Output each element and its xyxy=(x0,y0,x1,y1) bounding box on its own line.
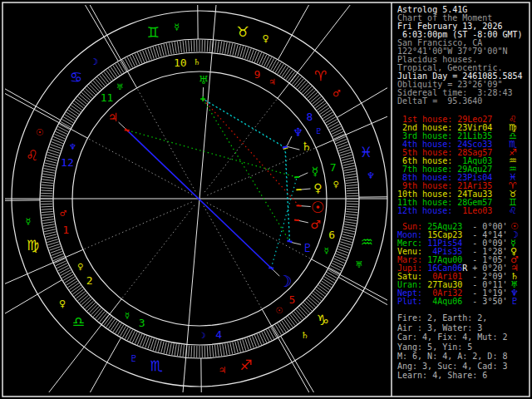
degree-tick xyxy=(344,224,356,226)
degree-tick xyxy=(121,326,126,336)
degree-tick xyxy=(212,345,213,357)
degree-tick xyxy=(262,55,267,66)
degree-tick xyxy=(238,46,241,57)
degree-tick xyxy=(66,278,76,285)
degree-tick xyxy=(118,62,124,72)
degree-tick xyxy=(266,330,271,340)
degree-tick xyxy=(302,304,310,313)
sign-ruler-icon: ♀ xyxy=(262,33,268,44)
degree-tick xyxy=(155,46,159,57)
degree-tick xyxy=(332,131,343,136)
degree-tick xyxy=(108,69,115,78)
aspect-line-sextile xyxy=(285,148,289,241)
degree-tick xyxy=(318,285,328,292)
degree-tick xyxy=(278,64,283,74)
degree-tick xyxy=(209,40,210,52)
degree-tick xyxy=(346,180,357,181)
sign-glyph-aquarius: ♒ xyxy=(361,234,373,250)
planet-glyph-sun: ☉ xyxy=(311,198,325,216)
degree-tick xyxy=(240,340,244,351)
degree-tick xyxy=(273,62,279,71)
degree-tick xyxy=(116,323,121,333)
degree-tick xyxy=(318,106,328,112)
degree-tick xyxy=(315,289,324,297)
degree-tick xyxy=(313,293,322,301)
house-cusp-line xyxy=(278,5,350,98)
degree-tick xyxy=(268,58,274,68)
degree-tick xyxy=(314,291,323,298)
sign-ruler-icon: ♃ xyxy=(218,365,226,376)
degree-tick xyxy=(228,343,230,355)
degree-tick xyxy=(342,234,354,237)
degree-tick xyxy=(63,274,73,280)
degree-tick xyxy=(207,346,208,357)
degree-tick xyxy=(303,303,312,311)
planet-pointer-line xyxy=(288,146,299,150)
house-cusp-dotted-line xyxy=(137,88,195,191)
degree-tick xyxy=(47,242,58,245)
degree-tick xyxy=(225,343,227,355)
degree-tick xyxy=(86,88,94,96)
degree-tick xyxy=(345,174,357,175)
sign-glyph-virgo: ♍ xyxy=(27,237,39,254)
degree-tick xyxy=(294,312,302,321)
degree-tick xyxy=(46,160,57,163)
sign-ruler-icon: ♅ xyxy=(355,259,363,270)
aspect-line-sextile xyxy=(271,177,297,268)
planet-pointer-line xyxy=(287,136,292,146)
planet-glyph-pluto: ♇ xyxy=(303,241,313,254)
degree-tick xyxy=(324,115,334,121)
degree-tick xyxy=(305,88,313,96)
degree-tick xyxy=(309,297,318,304)
degree-tick xyxy=(47,158,58,161)
degree-tick xyxy=(42,176,54,178)
degree-tick xyxy=(317,103,326,110)
degree-tick xyxy=(177,42,179,53)
degree-tick xyxy=(282,67,288,77)
planet-pointer-line xyxy=(292,243,301,245)
degree-tick xyxy=(327,273,337,278)
degree-tick xyxy=(218,345,219,357)
degree-tick xyxy=(96,310,103,319)
degree-tick xyxy=(127,330,132,340)
degree-tick xyxy=(332,261,343,266)
house-number-10: 10 xyxy=(174,57,187,69)
house-ruler-icon: ♀ xyxy=(77,262,83,271)
degree-tick xyxy=(87,86,96,95)
degree-tick xyxy=(342,160,354,163)
house-number-5: 5 xyxy=(289,293,296,306)
degree-tick xyxy=(345,222,357,224)
degree-tick xyxy=(314,99,323,106)
degree-tick xyxy=(223,42,224,53)
degree-tick xyxy=(111,321,117,331)
degree-tick xyxy=(278,323,283,333)
sign-glyph-pisces: ♓ xyxy=(360,144,372,160)
planet-pointer-line xyxy=(299,173,308,177)
degree-tick xyxy=(323,112,332,119)
degree-tick xyxy=(313,96,322,104)
degree-tick xyxy=(93,308,101,317)
sign-glyph-sagittarius: ♐ xyxy=(239,357,252,373)
degree-tick xyxy=(328,121,338,127)
degree-tick xyxy=(42,180,53,181)
degree-tick xyxy=(125,58,131,68)
house-number-6: 6 xyxy=(328,229,335,241)
house-ruler-icon: ♇ xyxy=(315,126,323,135)
degree-tick xyxy=(307,299,315,308)
degree-tick xyxy=(68,110,78,116)
degree-tick xyxy=(296,310,303,319)
degree-tick xyxy=(122,328,128,337)
house-ruler-icon: ♂ xyxy=(59,209,66,218)
degree-tick xyxy=(296,79,303,88)
degree-tick xyxy=(340,152,351,155)
degree-tick xyxy=(59,268,69,273)
degree-tick xyxy=(71,285,80,292)
degree-tick xyxy=(68,281,78,288)
degree-tick xyxy=(233,342,235,353)
degree-tick xyxy=(189,346,190,357)
degree-tick xyxy=(86,301,94,309)
degree-tick xyxy=(166,342,169,354)
sign-boundary-line xyxy=(281,336,314,392)
degree-tick xyxy=(290,314,298,323)
degree-tick xyxy=(347,190,358,191)
